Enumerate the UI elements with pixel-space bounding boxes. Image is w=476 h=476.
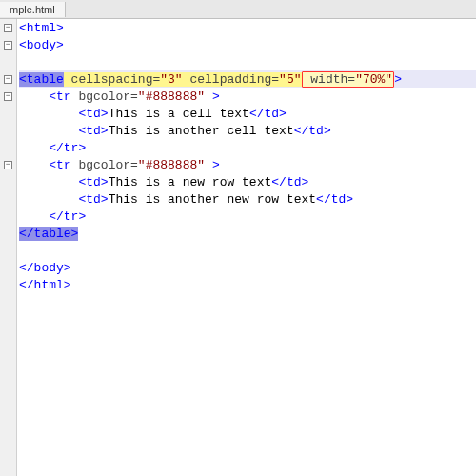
attr-bgcolor: bgcolor — [71, 89, 130, 104]
cell-text: This is a new row text — [109, 175, 272, 189]
fold-toggle[interactable]: − — [0, 19, 16, 36]
tab-bar: mple.html — [0, 0, 476, 19]
body-close-tag: </body> — [19, 261, 71, 275]
table-close-tag: </table> — [19, 227, 78, 241]
file-tab[interactable]: mple.html — [0, 2, 66, 17]
cell-text: This is a cell text — [109, 107, 249, 121]
html-tag: <html> — [19, 21, 64, 35]
code-line[interactable] — [19, 53, 476, 70]
td-close-tag: </td> — [316, 192, 353, 207]
code-line[interactable] — [19, 242, 476, 259]
code-line[interactable]: </html> — [19, 276, 476, 293]
attr-cellpadding-val: "5" — [279, 72, 301, 87]
tr-tag: <tr — [49, 89, 70, 104]
td-tag: <td> — [78, 107, 108, 121]
tr-close-tag: </tr> — [49, 209, 86, 224]
code-line[interactable]: <td>This is a new row text</td> — [19, 173, 476, 190]
table-open-tag: <table — [19, 72, 64, 87]
cell-text: This is another new row text — [109, 192, 316, 207]
fold-toggle[interactable]: − — [0, 36, 16, 53]
code-line[interactable]: <tr bgcolor="#888888" > — [19, 156, 476, 173]
td-tag: <td> — [78, 192, 108, 207]
code-line[interactable]: </tr> — [19, 139, 476, 156]
td-close-tag: </td> — [249, 107, 287, 121]
td-close-tag: </td> — [271, 175, 308, 189]
attr-bgcolor-val: "#888888" — [138, 89, 205, 104]
cell-text: This is another cell text — [109, 124, 294, 138]
code-area[interactable]: <html> <body> <table cellspacing="3" cel… — [17, 19, 476, 476]
html-close-tag: </html> — [19, 278, 71, 292]
code-line[interactable]: </table> — [19, 225, 476, 242]
code-line[interactable]: <html> — [19, 19, 476, 36]
attr-bgcolor: bgcolor — [71, 158, 130, 172]
td-close-tag: </td> — [294, 124, 331, 138]
tr-close-tag: </tr> — [49, 141, 86, 155]
td-tag: <td> — [78, 175, 108, 189]
code-line[interactable]: <tr bgcolor="#888888" > — [19, 88, 476, 105]
code-line[interactable]: <body> — [19, 36, 476, 53]
attr-cellspacing-val: "3" — [160, 72, 182, 87]
code-line-highlighted[interactable]: <table cellspacing="3" cellpadding="5" w… — [19, 70, 476, 88]
td-tag: <td> — [78, 124, 108, 138]
code-editor[interactable]: − − − − − <html> <body> <table cellspaci… — [0, 19, 476, 476]
fold-toggle[interactable]: − — [0, 70, 16, 88]
code-line[interactable]: <td>This is another cell text</td> — [19, 122, 476, 139]
code-line[interactable]: <td>This is another new row text</td> — [19, 190, 476, 208]
tr-tag: <tr — [49, 158, 70, 172]
body-tag: <body> — [19, 38, 64, 52]
attr-width: width — [304, 72, 348, 87]
fold-toggle[interactable]: − — [0, 156, 16, 173]
code-line[interactable]: </body> — [19, 259, 476, 276]
fold-gutter: − − − − − — [0, 19, 17, 476]
fold-toggle[interactable]: − — [0, 88, 16, 105]
attr-cellpadding: cellpadding — [183, 72, 272, 87]
code-line[interactable]: </tr> — [19, 208, 476, 225]
attr-bgcolor-val: "#888888" — [138, 158, 205, 172]
code-line[interactable]: <td>This is a cell text</td> — [19, 105, 476, 122]
attr-width-val: "70%" — [355, 72, 392, 87]
attr-cellspacing: cellspacing — [64, 72, 153, 87]
